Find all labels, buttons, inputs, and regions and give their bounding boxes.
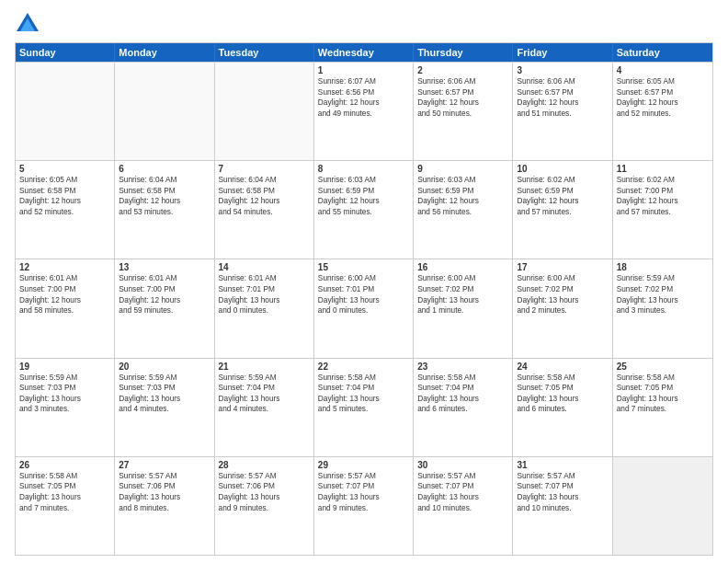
cell-line: Daylight: 12 hours bbox=[318, 196, 409, 207]
cell-line: Sunrise: 6:00 AM bbox=[318, 273, 409, 284]
cell-line: and 57 minutes. bbox=[617, 207, 709, 218]
day-number: 21 bbox=[219, 362, 310, 372]
cell-line: Sunrise: 5:57 AM bbox=[417, 471, 508, 482]
cell-line: Sunrise: 5:58 AM bbox=[517, 373, 608, 384]
cal-cell-9: 9Sunrise: 6:03 AMSunset: 6:59 PMDaylight… bbox=[414, 161, 513, 259]
day-number: 9 bbox=[417, 164, 508, 174]
cell-line: Sunset: 7:02 PM bbox=[517, 284, 608, 295]
cal-cell-24: 24Sunrise: 5:58 AMSunset: 7:05 PMDayligh… bbox=[513, 359, 612, 456]
cell-line: and 0 minutes. bbox=[219, 305, 310, 316]
cell-line: and 59 minutes. bbox=[119, 305, 210, 316]
cell-line: and 51 minutes. bbox=[517, 109, 608, 120]
cal-cell-3: 3Sunrise: 6:06 AMSunset: 6:57 PMDaylight… bbox=[513, 63, 612, 160]
day-number: 19 bbox=[19, 362, 110, 372]
cal-cell-15: 15Sunrise: 6:00 AMSunset: 7:01 PMDayligh… bbox=[314, 259, 414, 357]
header bbox=[15, 11, 713, 37]
logo bbox=[15, 11, 44, 37]
logo-icon bbox=[15, 11, 40, 37]
cal-cell-23: 23Sunrise: 5:58 AMSunset: 7:04 PMDayligh… bbox=[414, 359, 513, 456]
cell-line: Daylight: 13 hours bbox=[517, 492, 608, 503]
cal-cell-6: 6Sunrise: 6:04 AMSunset: 6:58 PMDaylight… bbox=[115, 161, 214, 259]
cal-cell-20: 20Sunrise: 5:59 AMSunset: 7:03 PMDayligh… bbox=[115, 359, 214, 456]
cell-line: and 52 minutes. bbox=[19, 207, 110, 218]
cell-line: Sunset: 6:59 PM bbox=[517, 186, 608, 197]
cell-line: Daylight: 12 hours bbox=[417, 98, 508, 109]
day-number: 15 bbox=[318, 262, 409, 272]
day-number: 2 bbox=[417, 65, 508, 75]
cal-cell-17: 17Sunrise: 6:00 AMSunset: 7:02 PMDayligh… bbox=[513, 259, 612, 357]
cell-line: Sunset: 7:00 PM bbox=[617, 186, 709, 197]
cell-line: and 49 minutes. bbox=[318, 109, 409, 120]
cell-line: Daylight: 13 hours bbox=[417, 492, 508, 503]
cell-line: Sunset: 7:02 PM bbox=[617, 284, 709, 295]
day-number: 3 bbox=[517, 65, 608, 75]
cell-line: Sunrise: 5:58 AM bbox=[318, 373, 409, 384]
header-day-monday: Monday bbox=[115, 43, 214, 62]
cal-cell-13: 13Sunrise: 6:01 AMSunset: 7:00 PMDayligh… bbox=[115, 259, 214, 357]
cell-line: Daylight: 12 hours bbox=[617, 196, 709, 207]
cell-line: Sunrise: 5:57 AM bbox=[119, 471, 210, 482]
cell-line: Sunset: 7:06 PM bbox=[219, 481, 310, 492]
day-number: 11 bbox=[617, 164, 709, 174]
cell-line: Sunset: 6:59 PM bbox=[417, 186, 508, 197]
cal-cell-empty-1 bbox=[115, 63, 214, 160]
cell-line: Sunrise: 6:00 AM bbox=[417, 273, 508, 284]
cell-line: Sunrise: 6:01 AM bbox=[219, 273, 310, 284]
cell-line: and 6 minutes. bbox=[417, 404, 508, 415]
cell-line: Sunset: 7:05 PM bbox=[617, 383, 709, 394]
cal-cell-21: 21Sunrise: 5:59 AMSunset: 7:04 PMDayligh… bbox=[215, 359, 314, 456]
cell-line: Sunrise: 6:05 AM bbox=[19, 175, 110, 186]
cell-line: and 50 minutes. bbox=[417, 109, 508, 120]
cal-cell-2: 2Sunrise: 6:06 AMSunset: 6:57 PMDaylight… bbox=[414, 63, 513, 160]
cell-line: Sunset: 7:07 PM bbox=[517, 481, 608, 492]
cell-line: Sunrise: 6:02 AM bbox=[617, 175, 709, 186]
cell-line: Sunset: 6:58 PM bbox=[119, 186, 210, 197]
cell-line: Sunrise: 6:06 AM bbox=[417, 76, 508, 87]
cell-line: Daylight: 12 hours bbox=[617, 98, 709, 109]
cell-line: Sunset: 7:01 PM bbox=[219, 284, 310, 295]
cell-line: Sunrise: 5:59 AM bbox=[219, 373, 310, 384]
cell-line: Daylight: 12 hours bbox=[19, 295, 110, 306]
cal-cell-26: 26Sunrise: 5:58 AMSunset: 7:05 PMDayligh… bbox=[16, 457, 115, 555]
cell-line: Daylight: 13 hours bbox=[617, 394, 709, 405]
cal-cell-19: 19Sunrise: 5:59 AMSunset: 7:03 PMDayligh… bbox=[16, 359, 115, 456]
cal-cell-18: 18Sunrise: 5:59 AMSunset: 7:02 PMDayligh… bbox=[613, 259, 712, 357]
cell-line: and 54 minutes. bbox=[219, 207, 310, 218]
cell-line: Sunset: 7:05 PM bbox=[19, 481, 110, 492]
cell-line: Daylight: 12 hours bbox=[318, 98, 409, 109]
day-number: 26 bbox=[19, 460, 110, 470]
cal-cell-5: 5Sunrise: 6:05 AMSunset: 6:58 PMDaylight… bbox=[16, 161, 115, 259]
day-number: 5 bbox=[19, 164, 110, 174]
cal-row-0: 1Sunrise: 6:07 AMSunset: 6:56 PMDaylight… bbox=[16, 62, 712, 160]
cal-row-1: 5Sunrise: 6:05 AMSunset: 6:58 PMDaylight… bbox=[16, 160, 712, 259]
cell-line: Sunrise: 5:58 AM bbox=[417, 373, 508, 384]
cal-cell-31: 31Sunrise: 5:57 AMSunset: 7:07 PMDayligh… bbox=[513, 457, 612, 555]
cal-row-3: 19Sunrise: 5:59 AMSunset: 7:03 PMDayligh… bbox=[16, 358, 712, 456]
cell-line: and 4 minutes. bbox=[119, 404, 210, 415]
day-number: 14 bbox=[219, 262, 310, 272]
cell-line: Daylight: 12 hours bbox=[417, 196, 508, 207]
cell-line: Sunset: 6:57 PM bbox=[517, 87, 608, 98]
cell-line: and 10 minutes. bbox=[517, 503, 608, 514]
cal-cell-27: 27Sunrise: 5:57 AMSunset: 7:06 PMDayligh… bbox=[115, 457, 214, 555]
day-number: 28 bbox=[219, 460, 310, 470]
cal-cell-11: 11Sunrise: 6:02 AMSunset: 7:00 PMDayligh… bbox=[613, 161, 712, 259]
day-number: 10 bbox=[517, 164, 608, 174]
cell-line: and 6 minutes. bbox=[517, 404, 608, 415]
day-number: 24 bbox=[517, 362, 608, 372]
cell-line: Daylight: 13 hours bbox=[219, 492, 310, 503]
header-day-friday: Friday bbox=[513, 43, 612, 62]
cell-line: Daylight: 13 hours bbox=[19, 394, 110, 405]
cell-line: and 9 minutes. bbox=[318, 503, 409, 514]
cell-line: and 53 minutes. bbox=[119, 207, 210, 218]
cell-line: Sunset: 6:58 PM bbox=[19, 186, 110, 197]
day-number: 31 bbox=[517, 460, 608, 470]
cell-line: Daylight: 13 hours bbox=[19, 492, 110, 503]
cal-cell-7: 7Sunrise: 6:04 AMSunset: 6:58 PMDaylight… bbox=[215, 161, 314, 259]
cell-line: Daylight: 13 hours bbox=[219, 295, 310, 306]
cell-line: Sunrise: 5:59 AM bbox=[19, 373, 110, 384]
cal-cell-empty-2 bbox=[215, 63, 314, 160]
cal-cell-12: 12Sunrise: 6:01 AMSunset: 7:00 PMDayligh… bbox=[16, 259, 115, 357]
cell-line: Daylight: 13 hours bbox=[219, 394, 310, 405]
cal-cell-empty-6 bbox=[613, 457, 712, 555]
